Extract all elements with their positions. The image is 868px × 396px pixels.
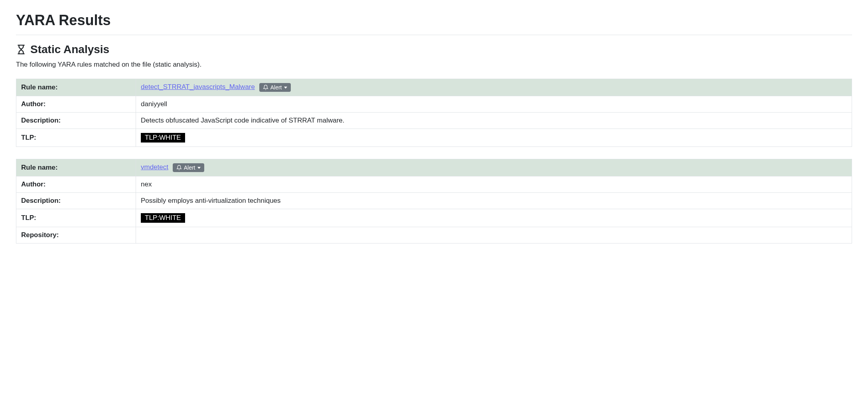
rule-link[interactable]: detect_STRRAT_javascripts_Malware [141,83,255,91]
cell-author: nex [136,176,852,193]
alert-button[interactable]: Alert [173,163,204,172]
rule-link[interactable]: vmdetect [141,163,168,171]
label-author: Author: [16,176,136,193]
alert-button[interactable]: Alert [259,83,291,92]
table-row: Description: Detects obfuscated JavaScri… [16,113,852,129]
divider [16,35,852,35]
table-row: Rule name: detect_STRRAT_javascripts_Mal… [16,79,852,96]
table-row: Author: nex [16,176,852,193]
section-intro: The following YARA rules matched on the … [16,61,852,69]
chevron-down-icon [284,87,287,89]
section-title-text: Static Analysis [30,43,109,56]
yara-rule-table-0: Rule name: detect_STRRAT_javascripts_Mal… [16,79,852,147]
label-rule-name: Rule name: [16,79,136,96]
hourglass-icon [16,44,26,55]
table-row: Author: daniyyell [16,96,852,113]
bell-icon [176,165,182,170]
alert-button-label: Alert [184,164,195,171]
label-repository: Repository: [16,227,136,244]
page-title: YARA Results [16,12,852,29]
label-tlp: TLP: [16,129,136,147]
label-author: Author: [16,96,136,113]
cell-repository [136,227,852,244]
table-row: Repository: [16,227,852,244]
cell-author: daniyyell [136,96,852,113]
cell-rule-name: detect_STRRAT_javascripts_Malware Alert [136,79,852,96]
alert-button-label: Alert [270,84,282,91]
cell-description: Detects obfuscated JavaScript code indic… [136,113,852,129]
label-description: Description: [16,113,136,129]
bell-icon [263,85,268,90]
label-tlp: TLP: [16,209,136,227]
cell-description: Possibly employs anti-virtualization tec… [136,193,852,209]
cell-tlp: TLP:WHITE [136,129,852,147]
yara-rule-table-1: Rule name: vmdetect Alert Author: nex De… [16,159,852,244]
label-description: Description: [16,193,136,209]
table-row: TLP: TLP:WHITE [16,129,852,147]
cell-tlp: TLP:WHITE [136,209,852,227]
table-row: TLP: TLP:WHITE [16,209,852,227]
tlp-badge: TLP:WHITE [141,133,185,143]
label-rule-name: Rule name: [16,159,136,176]
cell-rule-name: vmdetect Alert [136,159,852,176]
tlp-badge: TLP:WHITE [141,213,185,223]
chevron-down-icon [197,167,201,169]
section-heading: Static Analysis [16,43,852,56]
table-row: Rule name: vmdetect Alert [16,159,852,176]
table-row: Description: Possibly employs anti-virtu… [16,193,852,209]
